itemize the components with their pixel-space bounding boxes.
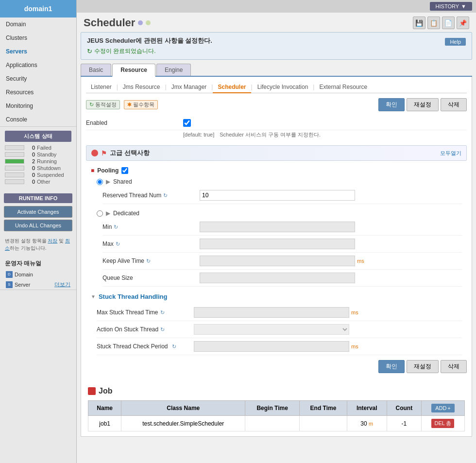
status-count-running: 2 xyxy=(26,158,35,164)
toolbar-save-icon[interactable]: 💾 xyxy=(413,17,425,29)
bottom-reset-button[interactable]: 재설정 xyxy=(407,360,439,373)
sidebar-item-applications[interactable]: Applications xyxy=(0,58,76,72)
enabled-description: Scheduler 서비스의 구동 여부를 지정한다. xyxy=(220,132,321,137)
note-save-link[interactable]: 저장 xyxy=(48,238,57,243)
min-input[interactable] xyxy=(200,222,355,232)
pooling-icon: ■ xyxy=(91,167,94,174)
max-refresh-icon[interactable]: ↻ xyxy=(116,241,120,247)
reserved-thread-label-text: Reserved Thread Num xyxy=(102,192,161,199)
status-bar-failed xyxy=(5,145,24,150)
job-action-cell: DEL 총 xyxy=(421,416,464,431)
max-stuck-refresh-icon[interactable]: ↻ xyxy=(160,309,165,316)
sidebar-item-clusters[interactable]: Clusters xyxy=(0,31,76,45)
manual-domain-label: Domain xyxy=(15,272,33,277)
sidebar-item-console[interactable]: Console xyxy=(0,113,76,126)
confirm-button[interactable]: 확인 xyxy=(378,98,405,111)
tab-engine[interactable]: Engine xyxy=(156,64,191,76)
dedicated-label[interactable]: Dedicated xyxy=(113,210,139,217)
tab-basic[interactable]: Basic xyxy=(81,64,111,76)
pooling-checkbox[interactable] xyxy=(121,167,128,174)
subnav-scheduler[interactable]: Scheduler xyxy=(213,82,251,93)
max-row: Max ↻ xyxy=(102,236,462,253)
keep-alive-input[interactable] xyxy=(200,256,355,266)
status-bar-shutdown xyxy=(5,166,24,171)
dynamic-tag[interactable]: ↻ 동적설정 xyxy=(86,100,120,109)
toolbar-pin-icon[interactable]: 📌 xyxy=(457,17,469,29)
sidebar-item-resources[interactable]: Resources xyxy=(0,86,76,99)
status-count-suspended: 0 xyxy=(26,172,35,178)
pooling-header: ■ Pooling xyxy=(91,165,462,176)
sub-nav: Listener | Jms Resource | Jmx Manager | … xyxy=(86,82,467,93)
bottom-delete-button[interactable]: 삭제 xyxy=(441,360,467,373)
dedicated-radio-row: ▶ Dedicated xyxy=(97,208,462,219)
note-cancel-link[interactable]: 최소 xyxy=(5,238,70,251)
min-value xyxy=(200,222,462,232)
reset-button[interactable]: 재설정 xyxy=(407,98,439,111)
check-period-ms-label: ms xyxy=(351,343,358,349)
check-period-value: ms xyxy=(194,341,462,352)
manual-item-server: S Server 더보기 xyxy=(0,279,76,290)
delete-button[interactable]: 삭제 xyxy=(441,98,467,111)
check-period-input[interactable] xyxy=(194,341,349,352)
status-label-standby: Standby xyxy=(37,152,56,157)
required-label: 필수항목 xyxy=(133,102,154,107)
sidebar-item-domain[interactable]: Domain xyxy=(0,17,76,31)
help-button[interactable]: Help xyxy=(445,38,466,46)
queue-size-input[interactable] xyxy=(200,273,355,283)
check-period-refresh-icon[interactable]: ↻ xyxy=(172,343,176,350)
subnav-jmx-manager[interactable]: Jmx Manager xyxy=(167,82,212,93)
subnav-jms-resource[interactable]: Jms Resource xyxy=(118,82,165,93)
advanced-icon xyxy=(91,150,98,156)
activate-changes-button[interactable]: Activate Changes xyxy=(4,206,72,218)
more-link[interactable]: 더보기 xyxy=(54,281,70,288)
history-button[interactable]: HISTORY ▼ xyxy=(430,2,472,11)
subnav-lifecycle[interactable]: Lifecycle Invocation xyxy=(253,82,313,93)
check-period-row: Stuck Thread Check Period ↻ ms xyxy=(97,338,462,355)
reserved-thread-input[interactable] xyxy=(200,190,355,201)
add-job-button[interactable]: ADD + xyxy=(431,404,455,412)
subnav-listener[interactable]: Listener xyxy=(86,82,117,93)
keep-alive-refresh-icon[interactable]: ↻ xyxy=(146,258,151,264)
enabled-row: Enabled xyxy=(86,116,467,130)
sidebar-item-servers[interactable]: Servers xyxy=(0,45,76,58)
col-begin-time: Begin Time xyxy=(245,401,300,416)
bottom-confirm-button[interactable]: 확인 xyxy=(378,360,405,373)
shared-label[interactable]: Shared xyxy=(113,178,132,185)
max-stuck-input[interactable] xyxy=(194,307,349,318)
max-input[interactable] xyxy=(200,239,355,249)
sidebar-item-monitoring[interactable]: Monitoring xyxy=(0,99,76,113)
action-stuck-refresh-icon[interactable]: ↻ xyxy=(160,326,165,333)
enabled-label: Enabled xyxy=(86,120,183,126)
status-row-suspended: 0 Suspended xyxy=(5,172,71,178)
max-stuck-ms-label: ms xyxy=(351,309,358,315)
tab-area: Basic Resource Engine xyxy=(81,64,472,77)
expand-all-button[interactable]: 모두열기 xyxy=(440,150,461,157)
page-title: Scheduler xyxy=(84,17,151,29)
min-refresh-icon[interactable]: ↻ xyxy=(114,224,118,230)
sidebar-item-security[interactable]: Security xyxy=(0,72,76,86)
toolbar-export-icon[interactable]: 📄 xyxy=(442,17,455,29)
success-message: 수정이 완료되었습니다. xyxy=(87,47,466,55)
toolbar-copy-icon[interactable]: 📋 xyxy=(427,17,440,29)
subnav-external[interactable]: External Resource xyxy=(314,82,372,93)
stuck-thread-header[interactable]: Stuck Thread Handling xyxy=(91,291,462,304)
enabled-default: [default: true] xyxy=(183,132,214,137)
action-stuck-row: Action On Stuck Thread ↻ NONE INTERRUPT … xyxy=(97,321,462,338)
job-title-text: Job xyxy=(99,387,112,395)
reserved-thread-refresh-icon[interactable]: ↻ xyxy=(163,192,168,199)
shared-radio[interactable] xyxy=(97,179,103,185)
action-stuck-value: NONE INTERRUPT KILL xyxy=(194,324,462,335)
col-interval: Interval xyxy=(347,401,387,416)
action-stuck-select[interactable]: NONE INTERRUPT KILL xyxy=(194,324,349,335)
undo-all-changes-button[interactable]: Undo ALL Changes xyxy=(4,220,72,231)
dynamic-icon: ↻ xyxy=(89,102,94,107)
keep-alive-ms-label: ms xyxy=(357,258,364,264)
col-class-name: Class Name xyxy=(121,401,245,416)
delete-job-button[interactable]: DEL 총 xyxy=(431,419,454,428)
dedicated-radio[interactable] xyxy=(97,210,103,217)
job-name-cell: job1 xyxy=(88,416,121,431)
sidebar-domain-header[interactable]: domain1 xyxy=(0,0,76,17)
enabled-checkbox[interactable] xyxy=(183,119,191,127)
tab-resource[interactable]: Resource xyxy=(112,64,155,77)
col-count: Count xyxy=(387,401,421,416)
